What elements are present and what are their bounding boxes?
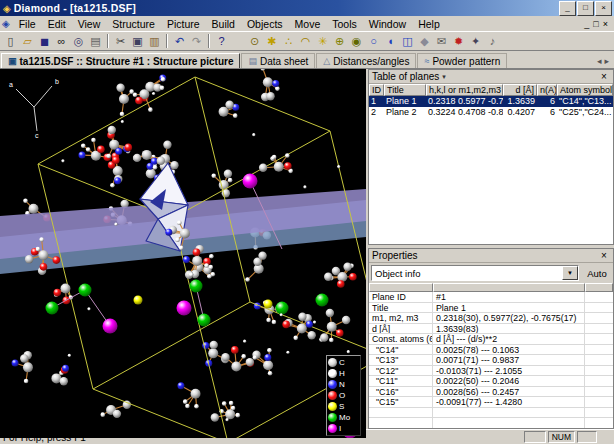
plane-cell: "C14","C13... (557, 96, 613, 107)
legend-label: C (339, 358, 345, 367)
tab-label: ta1215.DSF :: Structure #1 : Structure p… (20, 56, 234, 67)
property-name: Title (369, 303, 433, 314)
menu-move[interactable]: Move (289, 18, 327, 30)
restore-button[interactable]: □ (577, 1, 594, 16)
destroy-button[interactable]: ✹ (450, 33, 467, 49)
properties-toolbar: Object info ▼ Auto (369, 263, 613, 283)
property-extra (585, 397, 613, 408)
property-name: m1, m2, m3 (369, 313, 433, 324)
status-cell (524, 431, 546, 443)
property-value: Plane 1 (433, 303, 585, 314)
tab-label: Powder pattern (432, 56, 500, 67)
property-name: Const. atoms (6) (369, 334, 433, 345)
polyhedra-button[interactable]: ◆ (416, 33, 433, 49)
property-row[interactable]: "C15"-0.0091(77) --- 1.4280 (369, 397, 613, 408)
coordination-sphere-button[interactable]: ◉ (348, 33, 365, 49)
element-legend: CHNOSMoI (326, 355, 361, 436)
copy-button[interactable]: ▣ (129, 33, 146, 49)
tab-label: Data sheet (260, 56, 308, 67)
menu-objects[interactable]: Objects (241, 18, 289, 30)
fragment-button[interactable]: ∴ (280, 33, 297, 49)
paste-button[interactable]: ▥ (146, 33, 163, 49)
property-row[interactable]: Plane ID#1 (369, 292, 613, 303)
mdi-minimize-button[interactable]: _ (584, 18, 589, 30)
app-icon: ◈ (3, 3, 11, 14)
menu-view[interactable]: View (72, 18, 107, 30)
menu-build[interactable]: Build (206, 18, 241, 30)
tab-2[interactable]: △Distances/angles (316, 53, 416, 68)
document-icon: ◈ (2, 18, 10, 29)
tab-icon: ▤ (248, 56, 257, 66)
complete-fragment-button[interactable]: ✳ (314, 33, 331, 49)
property-row[interactable]: TitlePlane 1 (369, 303, 613, 314)
table-of-planes-title: Table of planes (372, 71, 439, 82)
envelope-button[interactable]: ✉ (433, 33, 450, 49)
packing-range-button[interactable]: ◖ (382, 33, 399, 49)
property-value: 0.0025(78) --- 0.1063 (433, 345, 585, 356)
mdi-close-button[interactable]: × (603, 18, 608, 30)
molecules-button[interactable]: ✱ (263, 33, 280, 49)
property-row[interactable]: Const. atoms (6)d [Å] --- (d/s)**2 (369, 334, 613, 345)
planes-column-header: h,k,l or m1,m2,m3 (426, 84, 503, 96)
print-button[interactable]: ▤ (87, 33, 104, 49)
open-button[interactable]: ▱ (19, 33, 36, 49)
unit-cell-button[interactable]: ◫ (399, 33, 416, 49)
close-button[interactable]: × (595, 1, 612, 16)
property-value: 0.0028(56) --- 0.2457 (433, 387, 585, 398)
properties-close-icon[interactable]: × (598, 250, 610, 261)
tab-bar: ▣ta1215.DSF :: Structure #1 : Structure … (0, 51, 614, 69)
pick-atoms-button[interactable]: ⊙ (246, 33, 263, 49)
tab-0[interactable]: ▣ta1215.DSF :: Structure #1 : Structure … (1, 53, 240, 68)
add-atom-button[interactable]: ⊕ (331, 33, 348, 49)
property-row[interactable]: m1, m2, m30.2318(30), 0.5977(22), -0.767… (369, 313, 613, 324)
table-of-planes-close-icon[interactable]: × (598, 71, 610, 82)
menu-edit[interactable]: Edit (42, 18, 72, 30)
tab-3[interactable]: ≈Powder pattern (417, 53, 507, 68)
note-button[interactable]: ♪ (484, 33, 501, 49)
broken-bonds-button[interactable]: ◠ (297, 33, 314, 49)
find-button[interactable]: ∞ (53, 33, 70, 49)
menu-picture[interactable]: Picture (161, 18, 206, 30)
new-button[interactable]: ▯ (2, 33, 19, 49)
tab-scroll-right-button[interactable]: ▸ (604, 56, 609, 66)
undo-button[interactable]: ↶ (171, 33, 188, 49)
menu-structure[interactable]: Structure (106, 18, 161, 30)
help-button[interactable]: ? (213, 33, 230, 49)
menu-help[interactable]: Help (412, 18, 446, 30)
panel-menu-arrow-icon[interactable]: ▾ (442, 73, 446, 81)
property-name: d [Å] (369, 324, 433, 335)
property-value: -0.0103(71) --- 2.1055 (433, 366, 585, 377)
property-extra (585, 418, 613, 428)
star-button[interactable]: ✦ (467, 33, 484, 49)
property-row[interactable]: d [Å]1.3639(83) (369, 324, 613, 335)
menu-tools[interactable]: Tools (326, 18, 363, 30)
auto-button[interactable]: Auto (583, 268, 611, 279)
menu-window[interactable]: Window (363, 18, 412, 30)
plane-cell: 6 (537, 96, 557, 107)
minimize-button[interactable]: _ (559, 1, 576, 16)
property-row[interactable]: "C12"-0.0103(71) --- 2.1055 (369, 366, 613, 377)
print-preview-button[interactable]: ◎ (70, 33, 87, 49)
property-row[interactable]: "C13"0.0071(71) --- 0.9837 (369, 355, 613, 366)
status-cell (577, 431, 597, 443)
property-row[interactable]: "C16"0.0028(56) --- 0.2457 (369, 387, 613, 398)
tab-1[interactable]: ▤Data sheet (241, 53, 315, 68)
cut-button[interactable]: ✂ (112, 33, 129, 49)
redo-button[interactable]: ↷ (188, 33, 205, 49)
plane-row-1[interactable]: 1Plane 10.2318 0.5977 -0.76751.36396"C14… (369, 96, 613, 107)
structure-viewer[interactable]: a b c CHNOSMoI (0, 69, 366, 438)
menu-bar: ◈ FileEditViewStructurePictureBuildObjec… (0, 16, 614, 31)
tab-scroll-left-button[interactable]: ◂ (597, 56, 602, 66)
chevron-down-icon[interactable]: ▼ (562, 266, 578, 280)
property-name: "C16" (369, 387, 433, 398)
toolbar-separator (107, 34, 109, 48)
property-row[interactable]: "C11"0.0022(50) --- 0.2046 (369, 376, 613, 387)
property-row-empty (369, 418, 613, 428)
plane-row-2[interactable]: 2Plane 20.3224 0.4708 -0.82120.42076"C25… (369, 107, 613, 118)
mdi-restore-button[interactable]: □ (593, 18, 598, 30)
menu-file[interactable]: File (13, 18, 42, 30)
ring-button[interactable]: ○ (365, 33, 382, 49)
save-button[interactable]: ◼ (36, 33, 53, 49)
object-info-select[interactable]: Object info ▼ (371, 265, 579, 281)
property-row[interactable]: "C14"0.0025(78) --- 0.1063 (369, 345, 613, 356)
